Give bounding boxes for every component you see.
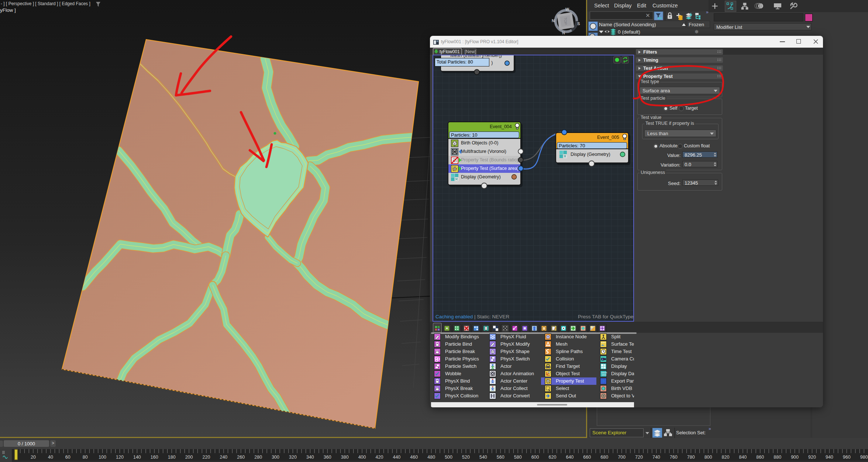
svg-text:800: 800 [705,455,712,460]
svg-text:480: 480 [427,455,435,460]
svg-text:980: 980 [860,455,868,460]
svg-text:380: 380 [341,455,349,460]
svg-text:180: 180 [168,455,176,460]
svg-text:N: N [562,31,565,35]
svg-text:TOP: TOP [564,17,568,25]
svg-text:660: 660 [583,455,591,460]
svg-text:720: 720 [635,455,643,460]
svg-text:220: 220 [203,455,210,460]
svg-text:400: 400 [358,455,366,460]
svg-text:20: 20 [31,455,36,460]
svg-text:900: 900 [791,455,799,460]
svg-text:680: 680 [600,455,608,460]
svg-text:N: N [552,18,555,23]
svg-text:940: 940 [826,455,833,460]
svg-text:60: 60 [65,455,70,460]
svg-text:200: 200 [185,455,193,460]
svg-text:280: 280 [254,455,262,460]
svg-text:140: 140 [133,455,141,460]
svg-text:360: 360 [324,455,331,460]
svg-text:460: 460 [410,455,418,460]
svg-text:100: 100 [99,455,106,460]
svg-text:780: 780 [687,455,695,460]
svg-text:820: 820 [722,455,730,460]
svg-text:S: S [577,21,580,26]
svg-text:580: 580 [514,455,522,460]
svg-text:500: 500 [445,455,452,460]
svg-text:240: 240 [220,455,227,460]
svg-text:600: 600 [531,455,539,460]
svg-text:120: 120 [116,455,124,460]
svg-text:540: 540 [479,455,487,460]
svg-text:920: 920 [808,455,816,460]
svg-text:440: 440 [393,455,400,460]
svg-text:340: 340 [306,455,314,460]
svg-text:640: 640 [566,455,574,460]
svg-text:620: 620 [549,455,557,460]
svg-text:520: 520 [462,455,470,460]
svg-text:W: W [565,7,569,11]
svg-text:960: 960 [843,455,851,460]
svg-text:40: 40 [48,455,53,460]
svg-text:300: 300 [272,455,279,460]
svg-text:700: 700 [618,455,626,460]
svg-text:420: 420 [376,455,383,460]
svg-text:560: 560 [497,455,504,460]
svg-text:760: 760 [670,455,678,460]
svg-text:160: 160 [151,455,158,460]
svg-text:80: 80 [83,455,88,460]
svg-text:260: 260 [237,455,245,460]
svg-text:860: 860 [756,455,764,460]
svg-text:1010: 1010 [602,374,606,376]
svg-text:320: 320 [289,455,297,460]
svg-text:740: 740 [652,455,660,460]
svg-text:840: 840 [739,455,747,460]
svg-text:880: 880 [774,455,781,460]
